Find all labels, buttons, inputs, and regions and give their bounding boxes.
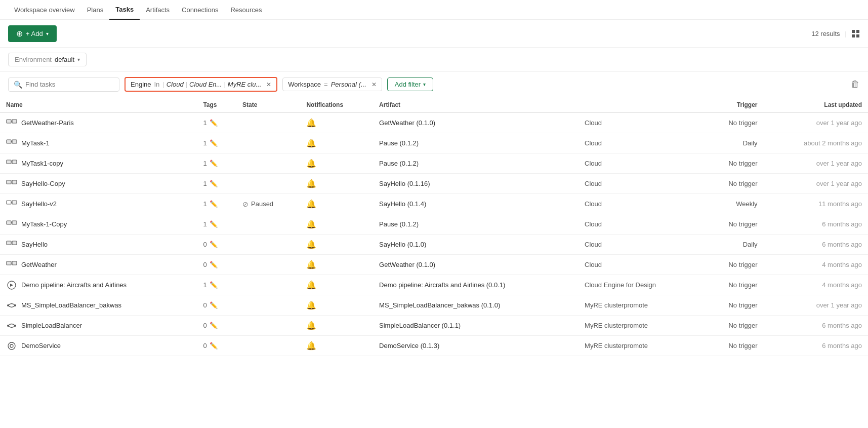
engine-filter-sep2: |	[186, 81, 187, 88]
edit-tag-icon[interactable]: ✏️	[210, 342, 218, 349]
engine-filter[interactable]: Engine In | Cloud | Cloud En... | MyRE c…	[125, 77, 277, 92]
table-row[interactable]: GetWeather 0 ✏️ 🔔 GetWeather (0.1.0) Clo…	[0, 255, 868, 275]
table-row[interactable]: DemoService 0 ✏️ 🔔 DemoService (0.1.3) M…	[0, 336, 868, 356]
table-row[interactable]: Demo pipeline: Aircrafts and Airlines 1 …	[0, 275, 868, 295]
task-trigger-cell: No trigger	[702, 255, 763, 275]
tag-count: 1	[203, 220, 206, 228]
env-filter-button[interactable]: Environment default ▾	[8, 53, 87, 66]
edit-tag-icon[interactable]: ✏️	[210, 160, 218, 167]
col-name: Name	[0, 97, 197, 113]
task-name: MyTask1-copy	[21, 160, 63, 167]
task-notif-cell: 🔔	[300, 255, 373, 275]
edit-tag-icon[interactable]: ✏️	[210, 220, 218, 228]
col-state: State	[236, 97, 300, 113]
engine-filter-close-icon[interactable]: ✕	[266, 81, 271, 88]
search-input[interactable]	[25, 81, 114, 88]
notification-icon[interactable]: 🔔	[306, 321, 316, 330]
task-state-cell	[236, 214, 300, 235]
table-row[interactable]: MyTask1-copy 1 ✏️ 🔔 Pause (0.1.2) Cloud …	[0, 153, 868, 174]
task-state-cell	[236, 255, 300, 275]
task-name: SayHello-v2	[21, 200, 57, 208]
task-state-cell	[236, 275, 300, 295]
engine-filter-cloud-en: Cloud En...	[189, 81, 222, 88]
workspace-filter-close-icon[interactable]: ✕	[371, 81, 377, 88]
task-state-cell	[236, 153, 300, 174]
svg-rect-33	[7, 261, 11, 265]
nav-artifacts[interactable]: Artifacts	[140, 0, 176, 20]
notification-icon[interactable]: 🔔	[306, 341, 316, 350]
delete-filter-icon[interactable]: 🗑	[851, 79, 860, 90]
notification-icon[interactable]: 🔔	[306, 281, 316, 289]
notification-icon[interactable]: 🔔	[306, 301, 316, 309]
nav-resources[interactable]: Resources	[224, 0, 268, 20]
tag-count: 1	[203, 160, 206, 167]
nav-tasks[interactable]: Tasks	[109, 0, 140, 20]
notification-icon[interactable]: 🔔	[306, 159, 316, 168]
table-row[interactable]: SimpleLoadBalancer 0 ✏️ 🔔 SimpleLoadBala…	[0, 316, 868, 336]
task-name: DemoService	[21, 342, 61, 349]
notification-icon[interactable]: 🔔	[306, 119, 316, 127]
task-notif-cell: 🔔	[300, 174, 373, 194]
nav-connections[interactable]: Connections	[176, 0, 224, 20]
notification-icon[interactable]: 🔔	[306, 179, 316, 188]
table-row[interactable]: SayHello-Copy 1 ✏️ 🔔 SayHello (0.1.16) C…	[0, 174, 868, 194]
search-input-wrap[interactable]: 🔍	[8, 77, 119, 92]
task-tags-cell: 1 ✏️	[197, 214, 236, 235]
task-type-icon	[6, 159, 17, 168]
task-artifact-cell: Demo pipeline: Aircrafts and Airlines (0…	[373, 275, 578, 295]
edit-tag-icon[interactable]: ✏️	[210, 241, 218, 248]
task-type-icon	[6, 119, 17, 128]
table-row[interactable]: MyTask-1 1 ✏️ 🔔 Pause (0.1.2) Cloud Dail…	[0, 133, 868, 153]
task-engine-cell: Cloud	[578, 255, 702, 275]
edit-tag-icon[interactable]: ✏️	[210, 301, 218, 309]
task-notif-cell: 🔔	[300, 133, 373, 153]
edit-tag-icon[interactable]: ✏️	[210, 119, 218, 127]
nav-plans[interactable]: Plans	[81, 0, 110, 20]
notification-icon[interactable]: 🔔	[306, 220, 316, 228]
task-trigger-cell: Daily	[702, 133, 763, 153]
col-tags: Tags	[197, 97, 236, 113]
add-filter-chevron-icon: ▾	[423, 82, 426, 87]
edit-tag-icon[interactable]: ✏️	[210, 200, 218, 208]
table-row[interactable]: GetWeather-Paris 1 ✏️ 🔔 GetWeather (0.1.…	[0, 113, 868, 133]
task-state-cell	[236, 295, 300, 316]
task-type-icon	[6, 260, 17, 269]
task-last-updated-cell: 11 months ago	[764, 194, 868, 214]
notification-icon[interactable]: 🔔	[306, 240, 316, 249]
task-state-cell	[236, 174, 300, 194]
table-row[interactable]: MS_SimpleLoadBalancer_bakwas 0 ✏️ 🔔 MS_S…	[0, 295, 868, 316]
add-filter-button[interactable]: Add filter ▾	[387, 77, 433, 91]
table-row[interactable]: SayHello 0 ✏️ 🔔 SayHello (0.1.0) Cloud D…	[0, 235, 868, 255]
task-trigger-cell: No trigger	[702, 295, 763, 316]
notification-icon[interactable]: 🔔	[306, 260, 316, 269]
task-artifact-cell: Pause (0.1.2)	[373, 133, 578, 153]
task-trigger-cell: No trigger	[702, 336, 763, 356]
task-last-updated-cell: over 1 year ago	[764, 113, 868, 133]
notification-icon[interactable]: 🔔	[306, 200, 316, 208]
task-engine-cell: Cloud	[578, 194, 702, 214]
grid-view-icon[interactable]	[852, 30, 860, 38]
table-row[interactable]: MyTask-1-Copy 1 ✏️ 🔔 Pause (0.1.2) Cloud…	[0, 214, 868, 235]
task-tags-cell: 0 ✏️	[197, 255, 236, 275]
workspace-filter[interactable]: Workspace = Personal (... ✕	[282, 77, 382, 91]
toolbar: ⊕ + Add ▾ 12 results |	[0, 20, 868, 48]
task-name-cell: Demo pipeline: Aircrafts and Airlines	[0, 275, 197, 295]
edit-tag-icon[interactable]: ✏️	[210, 261, 218, 268]
chevron-down-icon: ▾	[46, 31, 49, 36]
nav-workspace-overview[interactable]: Workspace overview	[8, 0, 81, 20]
edit-tag-icon[interactable]: ✏️	[210, 322, 218, 329]
results-info: 12 results |	[811, 30, 860, 38]
svg-rect-25	[12, 221, 17, 224]
svg-rect-21	[12, 201, 17, 204]
col-artifact: Artifact	[373, 97, 702, 113]
notification-icon[interactable]: 🔔	[306, 139, 316, 147]
edit-tag-icon[interactable]: ✏️	[210, 139, 218, 147]
task-name: GetWeather	[21, 261, 57, 268]
results-count: 12 results	[811, 30, 840, 37]
add-button[interactable]: ⊕ + Add ▾	[8, 25, 57, 42]
table-row[interactable]: SayHello-v2 1 ✏️ ⊘ Paused 🔔 SayHello (0.…	[0, 194, 868, 214]
edit-tag-icon[interactable]: ✏️	[210, 281, 218, 289]
task-notif-cell: 🔔	[300, 153, 373, 174]
edit-tag-icon[interactable]: ✏️	[210, 180, 218, 187]
task-type-icon	[6, 240, 17, 249]
